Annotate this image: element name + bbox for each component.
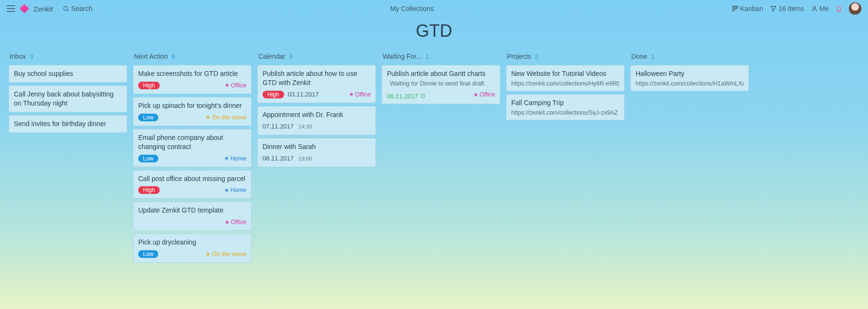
card-footer: 08.11.201719:00 xyxy=(263,154,371,163)
card-title: Halloween Party xyxy=(636,69,744,78)
card[interactable]: Update Zenkit GTD template★Office xyxy=(133,202,252,231)
card-footer: ★Office xyxy=(138,218,246,226)
column: Waiting For...1Publish article about Gan… xyxy=(382,51,500,107)
column-name: Next Action xyxy=(134,53,168,60)
card-footer-left: High xyxy=(138,82,160,89)
column-header[interactable]: Calendar3 xyxy=(257,51,376,65)
card-title: Call post office about missing parcel xyxy=(138,174,246,183)
column-count: 1 xyxy=(426,53,429,60)
card[interactable]: Pick up spinach for tonight's dinnerLow★… xyxy=(133,97,252,126)
card[interactable]: Email phone company about changing contr… xyxy=(133,129,252,167)
menu-button[interactable] xyxy=(7,5,15,12)
star-icon: ★ xyxy=(225,82,230,88)
card-note: Waiting for Dinnie to send final draft xyxy=(387,80,495,87)
topbar-right: Kanban 16 Items Me xyxy=(732,2,861,15)
column: Done1Halloween Partyhttps://zenkit.com/c… xyxy=(630,51,749,94)
card[interactable]: New Website for Tutorial Videoshttps://z… xyxy=(506,65,625,91)
card[interactable]: Send invites for birthday dinner xyxy=(9,115,127,133)
card-date: 03.11.2017 xyxy=(288,91,319,98)
column-count: 3 xyxy=(30,53,33,60)
star-icon: ★ xyxy=(225,219,230,225)
card-footer-left: Low xyxy=(138,155,158,162)
card-title: Pick up drycleaning xyxy=(138,238,246,247)
star-icon: ★ xyxy=(224,187,229,193)
column-name: Inbox xyxy=(10,53,26,60)
star-icon: ★ xyxy=(473,92,478,98)
card[interactable]: Dinner with Sarah08.11.201719:00 xyxy=(257,138,376,167)
card[interactable]: Appointment with Dr. Frank07.11.201714:3… xyxy=(257,106,376,135)
card[interactable]: Buy school supplies xyxy=(9,65,127,83)
filter-icon xyxy=(770,5,777,12)
column-count: 6 xyxy=(172,53,175,60)
card-date: 07.11.2017 xyxy=(263,123,294,130)
context-tag: ★On the move xyxy=(206,251,246,257)
card-title: Update Zenkit GTD template xyxy=(138,206,246,215)
card-footer: Low★Home xyxy=(138,154,246,163)
column-header[interactable]: Waiting For...1 xyxy=(382,51,500,65)
column: Inbox3Buy school suppliesCall Jenny back… xyxy=(9,51,127,136)
topbar-left: Zenkit Search xyxy=(7,5,92,13)
context-label: On the move xyxy=(212,114,246,121)
column: Calendar3Publish article about how to us… xyxy=(257,51,376,170)
me-button[interactable]: Me xyxy=(811,5,829,12)
card-title: Send invites for birthday dinner xyxy=(14,119,122,128)
column-name: Projects xyxy=(507,53,531,60)
card-footer-left: High xyxy=(138,186,160,194)
view-switcher[interactable]: Kanban xyxy=(732,5,763,12)
context-tag: ★Office xyxy=(225,219,246,225)
svg-point-6 xyxy=(813,6,815,9)
card-time: 19:00 xyxy=(298,156,312,161)
column-header[interactable]: Done1 xyxy=(630,51,749,65)
card-footer: Low★On the move xyxy=(138,113,246,122)
card-wait-date: 06.11.2017 xyxy=(387,93,426,100)
card[interactable]: Publish article about how to use GTD wit… xyxy=(257,65,376,103)
card-footer-left: 07.11.201714:30 xyxy=(263,123,312,130)
card[interactable]: Pick up drycleaningLow★On the move xyxy=(133,234,252,263)
notifications-button[interactable] xyxy=(835,5,842,12)
card[interactable]: Fall Camping Triphttps://zenkit.com/coll… xyxy=(506,94,625,120)
svg-point-0 xyxy=(64,6,67,10)
card-title: Buy school supplies xyxy=(14,69,122,78)
star-icon: ★ xyxy=(206,114,210,120)
breadcrumb[interactable]: My Collections xyxy=(92,5,731,12)
brand-name[interactable]: Zenkit xyxy=(33,5,53,13)
column-header[interactable]: Projects2 xyxy=(506,51,625,65)
view-label: Kanban xyxy=(740,5,763,12)
column-header[interactable]: Next Action6 xyxy=(133,51,252,65)
svg-marker-5 xyxy=(771,6,776,11)
kanban-icon xyxy=(732,5,738,12)
card[interactable]: Call Jenny back about babysitting on Thu… xyxy=(9,85,127,112)
card-title: Make screenshots for GTD article xyxy=(138,69,246,78)
card-footer: High★Office xyxy=(138,81,246,90)
column-count: 1 xyxy=(651,53,654,60)
card-wait-date-text: 06.11.2017 xyxy=(387,93,418,100)
context-label: On the move xyxy=(212,251,246,257)
column-count: 3 xyxy=(289,53,293,60)
card[interactable]: Call post office about missing parcelHig… xyxy=(133,170,252,199)
svg-rect-4 xyxy=(736,6,737,9)
star-icon: ★ xyxy=(224,155,229,161)
context-label: Office xyxy=(355,91,371,98)
context-label: Office xyxy=(480,91,495,98)
user-icon xyxy=(811,5,818,12)
card-title: New Website for Tutorial Videos xyxy=(511,69,619,78)
context-tag: ★Office xyxy=(473,91,495,98)
card-footer-left: Low xyxy=(138,250,158,258)
search-button[interactable]: Search xyxy=(63,5,92,12)
context-tag: ★Office xyxy=(349,91,371,98)
filter-button[interactable]: 16 Items xyxy=(770,5,804,12)
context-label: Office xyxy=(231,82,246,89)
svg-line-1 xyxy=(67,10,68,11)
page-title: GTD xyxy=(0,21,868,41)
bell-icon xyxy=(835,5,842,12)
column-header[interactable]: Inbox3 xyxy=(9,51,127,65)
card-footer-left: 08.11.201719:00 xyxy=(263,155,312,162)
card[interactable]: Make screenshots for GTD articleHigh★Off… xyxy=(133,65,252,94)
card-footer-left: High03.11.2017 xyxy=(263,91,319,98)
svg-rect-3 xyxy=(734,6,736,10)
avatar[interactable] xyxy=(849,2,861,15)
card-title: Appointment with Dr. Frank xyxy=(263,110,371,119)
card[interactable]: Publish article about Gantt chartsWaitin… xyxy=(382,65,500,104)
card-footer: 07.11.201714:30 xyxy=(263,122,371,131)
card[interactable]: Halloween Partyhttps://zenkit.com/collec… xyxy=(630,65,749,91)
